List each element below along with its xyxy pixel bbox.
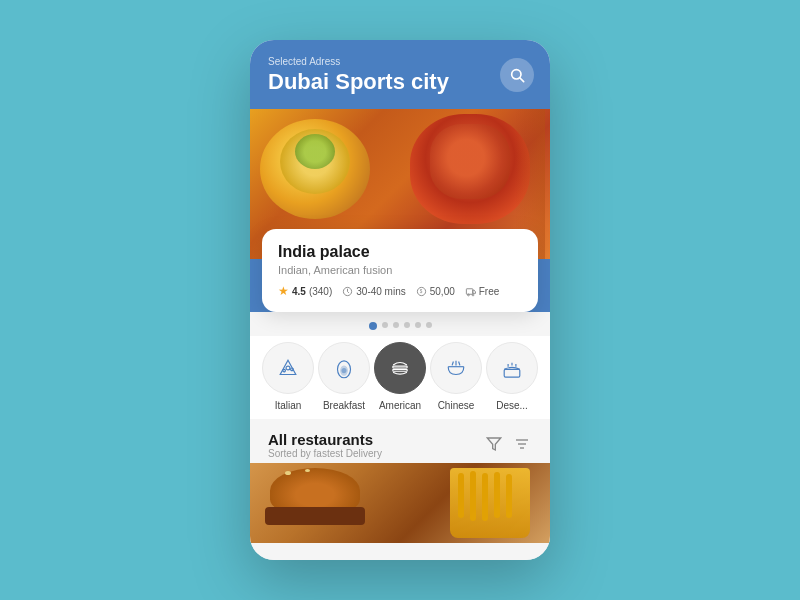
fry-3 xyxy=(482,473,488,521)
svg-point-8 xyxy=(286,366,290,370)
svg-point-13 xyxy=(342,369,346,373)
fry-5 xyxy=(506,474,512,518)
chinese-label: Chinese xyxy=(438,400,475,411)
order-icon: $ xyxy=(416,286,427,297)
dot-4 xyxy=(404,322,410,328)
svg-rect-14 xyxy=(393,366,407,368)
svg-line-19 xyxy=(459,362,460,366)
restaurant-card[interactable]: India palace Indian, American fusion ★ 4… xyxy=(262,229,538,312)
svg-rect-20 xyxy=(504,369,520,377)
carousel-dots xyxy=(250,312,550,336)
phone-screen: Selected Adress Dubai Sports city India … xyxy=(250,40,550,560)
category-italian[interactable]: Italian xyxy=(262,342,314,411)
burger-patty xyxy=(265,507,365,525)
dessert-label: Dese... xyxy=(496,400,528,411)
sort-icon xyxy=(514,436,530,452)
restaurant-name: India palace xyxy=(278,243,522,261)
fry-2 xyxy=(470,471,476,521)
breakfast-label: Breakfast xyxy=(323,400,365,411)
delivery-time-item: 30-40 mins xyxy=(342,286,405,297)
header: Selected Adress Dubai Sports city xyxy=(250,40,550,109)
delivery-time: 30-40 mins xyxy=(356,286,405,297)
dot-5 xyxy=(415,322,421,328)
svg-point-6 xyxy=(467,294,469,296)
svg-marker-24 xyxy=(487,438,500,450)
delivery-fee: Free xyxy=(479,286,500,297)
delivery-fee-item: Free xyxy=(465,286,500,297)
categories-row: Italian Breakfast xyxy=(250,342,550,411)
svg-rect-5 xyxy=(466,288,472,294)
search-icon xyxy=(509,67,525,83)
dessert-icon-wrap xyxy=(486,342,538,394)
rating-item: ★ 4.5 (340) xyxy=(278,284,332,298)
filter-button[interactable] xyxy=(484,434,504,457)
dot-2 xyxy=(382,322,388,328)
min-order: 50,00 xyxy=(430,286,455,297)
pizza-icon xyxy=(275,355,301,381)
chinese-icon-wrap xyxy=(430,342,482,394)
sort-button[interactable] xyxy=(512,434,532,457)
burger-sesame-2 xyxy=(305,469,310,472)
restaurants-subtitle: Sorted by fastest Delivery xyxy=(268,448,382,459)
category-chinese[interactable]: Chinese xyxy=(430,342,482,411)
review-count: (340) xyxy=(309,286,332,297)
svg-point-7 xyxy=(472,294,474,296)
svg-rect-15 xyxy=(393,369,407,371)
categories-section: Italian Breakfast xyxy=(250,336,550,419)
svg-line-1 xyxy=(520,78,524,82)
cake-icon xyxy=(499,355,525,381)
svg-line-17 xyxy=(452,362,453,366)
food-decoration-4 xyxy=(430,124,510,199)
svg-point-9 xyxy=(283,369,286,372)
search-button[interactable] xyxy=(500,58,534,92)
rating-value: 4.5 xyxy=(292,286,306,297)
fry-1 xyxy=(458,473,464,518)
american-label: American xyxy=(379,400,421,411)
bowl-icon xyxy=(443,355,469,381)
restaurant-cuisine: Indian, American fusion xyxy=(278,264,522,276)
food-decoration-herbs xyxy=(295,134,335,169)
filter-icon xyxy=(486,436,502,452)
header-label: Selected Adress xyxy=(268,56,532,67)
header-title: Dubai Sports city xyxy=(268,69,532,95)
food-preview xyxy=(250,463,550,543)
category-dessert[interactable]: Dese... xyxy=(486,342,538,411)
clock-icon xyxy=(342,286,353,297)
svg-text:$: $ xyxy=(419,289,422,294)
burger-sesame-1 xyxy=(285,471,291,475)
restaurants-section: All restaurants Sorted by fastest Delive… xyxy=(250,419,550,560)
svg-point-10 xyxy=(291,368,294,371)
dot-6 xyxy=(426,322,432,328)
star-icon: ★ xyxy=(278,284,289,298)
burger-icon xyxy=(387,355,413,381)
american-icon-wrap xyxy=(374,342,426,394)
restaurants-title-group: All restaurants Sorted by fastest Delive… xyxy=(268,431,382,459)
fries xyxy=(450,468,530,538)
hero-section: India palace Indian, American fusion ★ 4… xyxy=(250,109,550,312)
category-american[interactable]: American xyxy=(374,342,426,411)
italian-label: Italian xyxy=(275,400,302,411)
dot-3 xyxy=(393,322,399,328)
breakfast-icon-wrap xyxy=(318,342,370,394)
delivery-icon xyxy=(465,286,476,297)
restaurants-title: All restaurants xyxy=(268,431,382,448)
min-order-item: $ 50,00 xyxy=(416,286,455,297)
restaurants-header: All restaurants Sorted by fastest Delive… xyxy=(250,419,550,463)
avocado-icon xyxy=(331,355,357,381)
category-breakfast[interactable]: Breakfast xyxy=(318,342,370,411)
dot-1 xyxy=(369,322,377,330)
fry-4 xyxy=(494,472,500,518)
filter-controls xyxy=(484,434,532,457)
restaurant-meta: ★ 4.5 (340) 30-40 mins $ 50,0 xyxy=(278,284,522,298)
italian-icon-wrap xyxy=(262,342,314,394)
